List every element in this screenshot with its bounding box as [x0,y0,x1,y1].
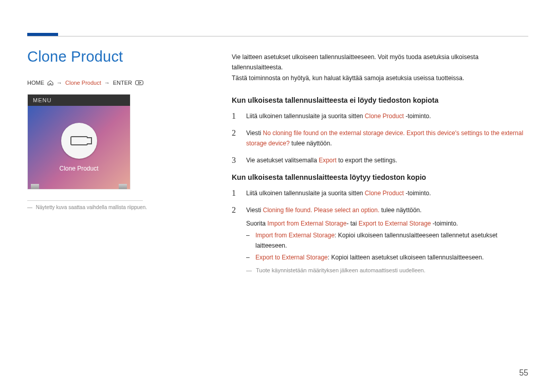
intro-line: Tästä toiminnosta on hyötyä, kun haluat … [232,73,528,83]
step-body: Viesti No cloning file found on the exte… [246,128,528,149]
sub-item: – Import from External Storage: Kopioi u… [246,230,528,251]
dash-bullet: – [246,230,250,251]
step-number: 2 [232,205,239,275]
breadcrumb-arrow: → [104,80,110,86]
step-body: Vie asetukset valitsemalla Export to exp… [246,155,528,166]
step-body: Viesti Cloning file found. Please select… [246,205,528,275]
dash-bullet: – [246,252,250,263]
step-text: -toiminto. [431,220,458,227]
section-heading-file-found: Kun ulkoisesta tallennuslaitteesta löyty… [232,172,528,184]
home-icon [47,80,53,85]
footnote-dash: ― [246,266,252,275]
step-text: tulee näyttöön. [379,207,421,214]
sub-item-highlight: Import from External Storage [255,232,335,239]
breadcrumb-clone-product: Clone Product [65,80,101,86]
enter-icon [135,80,143,85]
page-title: Clone Product [27,48,123,65]
step-highlight: Cloning file found. Please select an opt… [263,207,379,214]
step-text: Viesti [246,207,263,214]
usb-drive-icon [70,136,88,145]
step-highlight: Clone Product [365,113,404,120]
preview-label: Clone Product [59,165,98,172]
breadcrumb: HOME → Clone Product → ENTER [27,80,143,86]
step-text: Vie asetukset valitsemalla [246,157,319,164]
step-text: Liitä ulkoinen tallennuslaite ja suorita… [246,113,365,120]
step-highlight: Import from External Storage [267,220,346,227]
preview-stand [119,184,127,189]
preview-menu-label: MENU [33,97,51,103]
step-highlight: No cloning file found on the external st… [246,129,523,147]
step-text: -toiminto. [404,190,431,197]
footnote-text: Tuote käynnistetään määrityksen jälkeen … [256,266,425,275]
step-highlight: Export to External Storage [359,220,431,227]
step-highlight: Clone Product [365,190,404,197]
step: 2 Viesti No cloning file found on the ex… [232,128,528,149]
preview-screenshot: MENU Clone Product [27,94,131,190]
step-text: - tai [346,220,358,227]
sub-item-highlight: Export to External Storage [255,254,328,261]
step: 2 Viesti Cloning file found. Please sele… [232,205,528,275]
preview-rule [27,200,143,201]
step-body: Liitä ulkoinen tallennuslaite ja suorita… [246,188,528,199]
step-text: tulee näyttöön. [290,140,332,147]
preview-footnote: ― Näytetty kuva saattaa vaihdella mallis… [27,204,176,210]
step: 1 Liitä ulkoinen tallennuslaite ja suori… [232,111,528,122]
step: 3 Vie asetukset valitsemalla Export to e… [232,155,528,166]
breadcrumb-enter: ENTER [113,80,132,86]
preview-footnote-text: Näytetty kuva saattaa vaihdella mallista… [36,204,147,210]
footnote-dash: ― [27,204,32,210]
step: 1 Liitä ulkoinen tallennuslaite ja suori… [232,188,528,199]
step-text: Viesti [246,129,263,137]
step-text: Liitä ulkoinen tallennuslaite ja suorita… [246,190,365,197]
step-text: Suorita [246,220,267,227]
page-number: 55 [519,368,528,378]
step-body: Liitä ulkoinen tallennuslaite ja suorita… [246,111,528,122]
step-number: 1 [232,188,239,199]
step-text: -toiminto. [404,113,431,120]
sub-item: – Export to External Storage: Kopioi lai… [246,252,528,263]
preview-stand [31,184,39,189]
svg-rect-0 [136,81,143,85]
step-number: 1 [232,111,239,122]
sub-item-text: : Kopioi laitteen asetukset ulkoiseen ta… [328,254,484,261]
breadcrumb-home: HOME [27,80,44,86]
step-number: 3 [232,155,239,166]
step-highlight: Export [319,157,337,164]
breadcrumb-arrow: → [57,80,62,86]
preview-body: Clone Product [28,106,130,189]
preview-menu-bar: MENU [28,95,130,106]
step-text: to export the settings. [337,157,397,164]
intro-text: Vie laitteen asetukset ulkoiseen tallenn… [232,52,528,83]
section-heading-no-file: Kun ulkoisesta tallennuslaitteesta ei lö… [232,95,528,107]
preview-circle [61,123,97,159]
step-number: 2 [232,128,239,149]
footnote: ― Tuote käynnistetään määrityksen jälkee… [246,266,528,275]
intro-line: Vie laitteen asetukset ulkoiseen tallenn… [232,52,528,73]
header-rule [27,36,528,36]
